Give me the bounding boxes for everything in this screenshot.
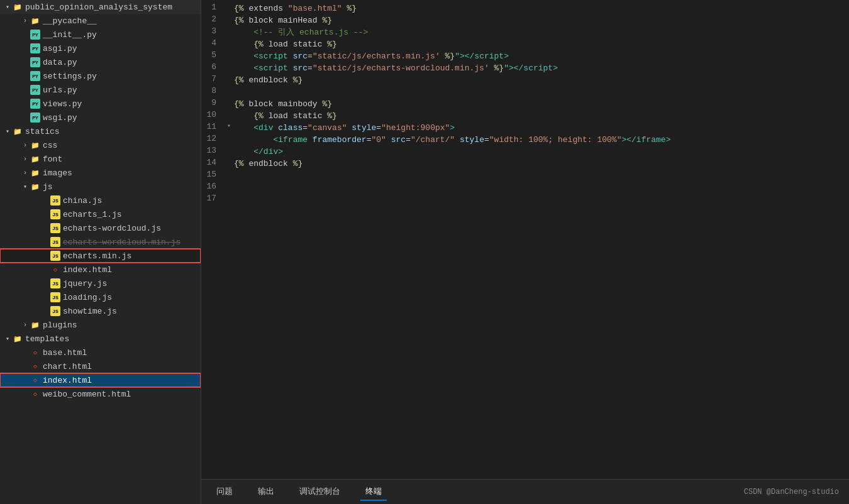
sidebar-item-views[interactable]: PY views.py xyxy=(0,97,201,111)
code-text: {% block mainbody %} xyxy=(234,98,844,110)
code-text: <script src="static/js/echarts-wordcloud… xyxy=(234,62,844,74)
sidebar-item-label: statics xyxy=(25,127,60,136)
py-icon: PY xyxy=(30,71,40,81)
sidebar-item-plugins[interactable]: 📁 plugins xyxy=(0,318,201,332)
sidebar-item-label: css xyxy=(43,141,57,150)
tab-debug[interactable]: 调试控制台 xyxy=(294,483,345,501)
code-line: 10 {% load static %} xyxy=(201,110,849,122)
line-number: 16 xyxy=(201,182,224,191)
arrow-icon xyxy=(20,140,30,150)
folder-icon: 📁 xyxy=(13,334,23,344)
folder-icon: 📁 xyxy=(30,320,40,330)
sidebar-item-echarts1[interactable]: JS echarts_1.js xyxy=(0,207,201,221)
sidebar-item-asgi[interactable]: PY asgi.py xyxy=(0,41,201,55)
folder-icon: 📁 xyxy=(30,16,40,26)
sidebar-item-label: jquery.js xyxy=(63,279,107,288)
sidebar: 📁 public_opinion_analysis_system 📁 __pyc… xyxy=(0,0,201,504)
editor-content[interactable]: 1{% extends "base.html" %}2{% block main… xyxy=(201,0,849,479)
code-line: 12 <iframe frameborder="0" src="/chart/"… xyxy=(201,134,849,146)
line-number: 3 xyxy=(201,26,224,36)
code-line: 16 xyxy=(201,182,849,194)
sidebar-item-echarts-wc[interactable]: JS echarts-wordcloud.js xyxy=(0,221,201,235)
bottom-panel: 问题 输出 调试控制台 终端 CSDN @DanCheng-studio xyxy=(201,479,849,504)
tab-terminal[interactable]: 终端 xyxy=(360,483,387,501)
js-icon: JS xyxy=(50,292,60,302)
js-icon: JS xyxy=(50,251,60,261)
sidebar-item-wsgi[interactable]: PY wsgi.py xyxy=(0,111,201,124)
code-text: {% load static %} xyxy=(234,38,844,50)
sidebar-item-images[interactable]: 📁 images xyxy=(0,166,201,180)
sidebar-item-label: images xyxy=(43,168,72,178)
sidebar-item-chart-html[interactable]: ◇ chart.html xyxy=(0,359,201,373)
arrow-icon xyxy=(20,16,30,26)
folder-icon: 📁 xyxy=(13,2,23,12)
sidebar-item-templates[interactable]: 📁 templates xyxy=(0,332,201,346)
folder-icon: 📁 xyxy=(30,140,40,150)
sidebar-item-showtime[interactable]: JS showtime.js xyxy=(0,304,201,318)
line-number: 11 xyxy=(201,122,224,131)
py-icon: PY xyxy=(30,30,40,40)
code-text: {% load static %} xyxy=(234,110,844,122)
code-line: 4 {% load static %} xyxy=(201,38,849,50)
code-line: 2{% block mainHead %} xyxy=(201,14,849,26)
html-icon: ◇ xyxy=(30,348,40,358)
sidebar-item-init[interactable]: PY __init__.py xyxy=(0,28,201,41)
sidebar-item-urls[interactable]: PY urls.py xyxy=(0,83,201,97)
sidebar-item-index-html-js[interactable]: ◇ index.html xyxy=(0,263,201,277)
html-icon: ◇ xyxy=(30,361,40,371)
html-icon: ◇ xyxy=(30,389,40,399)
sidebar-item-echarts-wc-min[interactable]: JS echarts-wordcloud.min.js xyxy=(0,235,201,249)
tab-problem[interactable]: 问题 xyxy=(211,483,238,501)
sidebar-item-pycache[interactable]: 📁 __pycache__ xyxy=(0,14,201,28)
code-text: <iframe frameborder="0" src="/chart/" st… xyxy=(234,134,844,146)
folder-icon: 📁 xyxy=(30,182,40,192)
sidebar-item-font[interactable]: 📁 font xyxy=(0,152,201,166)
sidebar-item-base-html[interactable]: ◇ base.html xyxy=(0,346,201,359)
folder-icon: 📁 xyxy=(13,126,23,136)
sidebar-item-label: urls.py xyxy=(43,85,77,95)
fold-arrow-icon[interactable] xyxy=(224,122,234,129)
line-number: 10 xyxy=(201,110,224,119)
line-number: 6 xyxy=(201,62,224,72)
sidebar-item-jquery[interactable]: JS jquery.js xyxy=(0,277,201,290)
sidebar-item-label: __init__.py xyxy=(43,30,97,40)
tab-output[interactable]: 输出 xyxy=(253,483,279,501)
sidebar-item-weibo-html[interactable]: ◇ weibo_comment.html xyxy=(0,387,201,401)
arrow-icon xyxy=(20,182,30,192)
code-line: 3 <!-- 引入 echarts.js --> xyxy=(201,26,849,38)
sidebar-item-root[interactable]: 📁 public_opinion_analysis_system xyxy=(0,0,201,14)
code-line: 1{% extends "base.html" %} xyxy=(201,3,849,14)
sidebar-item-index-html[interactable]: ◇ index.html xyxy=(0,373,201,387)
sidebar-item-js[interactable]: 📁 js xyxy=(0,180,201,194)
sidebar-item-echarts-min[interactable]: JS echarts.min.js xyxy=(0,249,201,263)
sidebar-item-statics[interactable]: 📁 statics xyxy=(0,124,201,138)
py-icon: PY xyxy=(30,99,40,109)
line-number: 1 xyxy=(201,3,224,12)
js-icon: JS xyxy=(50,306,60,316)
py-icon: PY xyxy=(30,43,40,53)
sidebar-item-label: js xyxy=(43,182,53,192)
sidebar-item-css[interactable]: 📁 css xyxy=(0,138,201,152)
sidebar-item-label: settings.py xyxy=(43,72,97,81)
sidebar-item-data[interactable]: PY data.py xyxy=(0,55,201,69)
sidebar-item-settings[interactable]: PY settings.py xyxy=(0,69,201,83)
sidebar-item-china-js[interactable]: JS china.js xyxy=(0,194,201,207)
html-icon: ◇ xyxy=(30,375,40,385)
sidebar-item-label: templates xyxy=(25,334,69,344)
editor: 1{% extends "base.html" %}2{% block main… xyxy=(201,0,849,479)
line-number: 9 xyxy=(201,98,224,107)
line-number: 12 xyxy=(201,134,224,143)
line-number: 15 xyxy=(201,170,224,179)
code-text: {% endblock %} xyxy=(234,74,844,86)
sidebar-item-label: china.js xyxy=(63,196,102,205)
line-number: 2 xyxy=(201,14,224,24)
code-line: 9{% block mainbody %} xyxy=(201,98,849,110)
arrow-icon xyxy=(20,320,30,330)
line-number: 13 xyxy=(201,146,224,155)
sidebar-item-label: echarts.min.js xyxy=(63,251,131,261)
code-text: {% endblock %} xyxy=(234,158,844,170)
sidebar-item-loading[interactable]: JS loading.js xyxy=(0,290,201,304)
arrow-icon xyxy=(3,334,13,344)
sidebar-item-label: data.py xyxy=(43,58,77,67)
js-icon: JS xyxy=(50,209,60,219)
